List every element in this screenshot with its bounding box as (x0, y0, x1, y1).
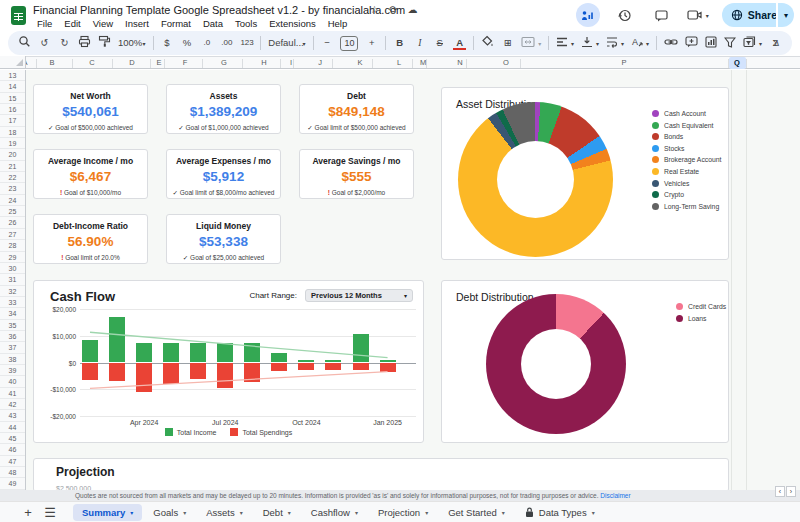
move-folder-icon[interactable]: ⟳ (387, 4, 400, 15)
income-bar[interactable] (271, 353, 287, 363)
row-header-39[interactable]: 39 (0, 365, 25, 376)
tab-debt[interactable]: Debt▾ (254, 504, 300, 521)
legend-item-brokerage-account[interactable]: Brokerage Account (652, 156, 721, 163)
row-header-35[interactable]: 35 (0, 320, 25, 331)
row-header-48[interactable]: 48 (0, 467, 25, 478)
row-header-34[interactable]: 34 (0, 308, 25, 319)
spending-bar[interactable] (353, 363, 369, 371)
spending-bar[interactable] (325, 363, 341, 371)
zoom-select[interactable]: 100% (118, 36, 139, 50)
column-header-H[interactable]: H (261, 58, 266, 67)
row-header-38[interactable]: 38 (0, 354, 25, 365)
kpi-card-average-expenses-mo[interactable]: Average Expenses / mo$5,912✓ Goal limit … (166, 149, 281, 199)
format-currency-button[interactable]: $ (160, 36, 173, 50)
spending-bar[interactable] (217, 363, 233, 388)
font-select[interactable]: Defaul... (268, 36, 299, 50)
increase-font-size-button[interactable]: + (365, 36, 378, 50)
undo-icon[interactable]: ↺ (38, 36, 51, 50)
spending-bar[interactable] (271, 363, 287, 371)
row-header-25[interactable]: 25 (0, 206, 25, 217)
income-bar[interactable] (163, 343, 179, 363)
row-header-47[interactable]: 47 (0, 456, 25, 467)
horizontal-scroll-buttons[interactable]: ‹ › (775, 486, 796, 497)
spending-bar[interactable] (163, 363, 179, 384)
insert-chart-icon[interactable] (705, 34, 717, 52)
paint-format-icon[interactable] (98, 34, 111, 52)
spending-bar[interactable] (298, 363, 314, 371)
row-header-28[interactable]: 28 (0, 240, 25, 251)
legend-item-crypto[interactable]: Crypto (652, 191, 721, 198)
cashflow-chart[interactable]: $20,000$10,000$0-$10,000-$20,000Apr 2024… (34, 281, 423, 442)
row-header-41[interactable]: 41 (0, 388, 25, 399)
insert-comment-icon[interactable] (685, 34, 698, 52)
borders-icon[interactable]: ⊞ (501, 36, 514, 50)
menu-file[interactable]: File (31, 16, 58, 31)
row-header-14[interactable]: 14 (0, 81, 25, 92)
horizontal-align-icon[interactable] (556, 34, 568, 52)
row-header-15[interactable]: 15 (0, 93, 25, 104)
row-header-36[interactable]: 36 (0, 331, 25, 342)
tab-get-started[interactable]: Get Started▾ (439, 504, 514, 521)
menu-extensions[interactable]: Extensions (263, 16, 321, 31)
kpi-card-average-income-mo[interactable]: Average Income / mo$6,467! Goal of $10,0… (33, 149, 148, 199)
spending-bar[interactable] (380, 363, 396, 372)
menu-tools[interactable]: Tools (229, 16, 263, 31)
spending-bar[interactable] (136, 363, 152, 393)
bold-button[interactable]: B (393, 36, 406, 50)
row-header-44[interactable]: 44 (0, 422, 25, 433)
legend-item-loans[interactable]: Loans (676, 315, 726, 322)
column-header-I[interactable]: I (290, 58, 292, 67)
column-header-F[interactable]: F (183, 58, 188, 67)
row-header-24[interactable]: 24 (0, 195, 25, 206)
row-header-30[interactable]: 30 (0, 263, 25, 274)
row-header-18[interactable]: 18 (0, 127, 25, 138)
column-header-Q[interactable]: Q (734, 58, 740, 67)
format-percent-button[interactable]: % (180, 36, 193, 50)
document-title[interactable]: Financial Planning Template Google Sprea… (33, 4, 405, 16)
filter-icon[interactable] (724, 34, 736, 52)
all-sheets-icon[interactable]: ☰ (39, 505, 61, 520)
add-sheet-icon[interactable]: + (17, 505, 39, 520)
search-icon[interactable] (18, 34, 31, 52)
row-header-37[interactable]: 37 (0, 342, 25, 353)
column-header-O[interactable]: O (503, 58, 509, 67)
column-headers[interactable]: ABCDEFGHIJKLMNOPQ (0, 56, 800, 69)
fill-color-icon[interactable] (481, 34, 494, 52)
row-header-26[interactable]: 26 (0, 217, 25, 228)
legend-item-cash-equivalent[interactable]: Cash Equivalent (652, 122, 721, 129)
row-header-22[interactable]: 22 (0, 172, 25, 183)
increase-decimal-button[interactable]: .00 (220, 36, 233, 50)
row-header-45[interactable]: 45 (0, 433, 25, 444)
row-header-13[interactable]: 13 (0, 70, 25, 81)
income-bar[interactable] (109, 317, 125, 362)
row-header-16[interactable]: 16 (0, 104, 25, 115)
number-format-button[interactable]: 123 (240, 36, 253, 50)
row-header-17[interactable]: 17 (0, 115, 25, 126)
column-header-D[interactable]: D (129, 58, 134, 67)
version-history-icon[interactable] (613, 3, 637, 27)
print-icon[interactable] (78, 34, 91, 52)
column-header-B[interactable]: B (49, 58, 54, 67)
menu-edit[interactable]: Edit (58, 16, 86, 31)
column-header-L[interactable]: L (397, 58, 401, 67)
income-bar[interactable] (353, 334, 369, 363)
menu-view[interactable]: View (87, 16, 119, 31)
column-header-C[interactable]: C (89, 58, 94, 67)
menu-data[interactable]: Data (197, 16, 229, 31)
row-header-43[interactable]: 43 (0, 410, 25, 421)
redo-icon[interactable]: ↻ (58, 36, 71, 50)
strikethrough-button[interactable]: S (433, 36, 446, 50)
kpi-card-debt-income-ratio[interactable]: Debt-Income Ratio56.90%! Goal limit of 2… (33, 214, 148, 264)
spending-bar[interactable] (109, 363, 125, 382)
insert-link-icon[interactable] (664, 34, 678, 52)
sheets-logo-icon[interactable] (11, 6, 26, 25)
kpi-card-assets[interactable]: Assets$1,389,209✓ Goal of $1,000,000 ach… (166, 84, 281, 134)
sheet-canvas[interactable]: Net Worth$540,061✓ Goal of $500,000 achi… (26, 70, 800, 490)
spending-bar[interactable] (190, 363, 206, 380)
row-headers[interactable]: 1314151617181920212223242526272829303132… (0, 70, 26, 490)
disclaimer-link[interactable]: Disclaimer (600, 492, 630, 499)
income-bar[interactable] (190, 343, 206, 363)
row-header-42[interactable]: 42 (0, 399, 25, 410)
tab-goals[interactable]: Goals▾ (144, 504, 195, 521)
row-header-46[interactable]: 46 (0, 444, 25, 455)
